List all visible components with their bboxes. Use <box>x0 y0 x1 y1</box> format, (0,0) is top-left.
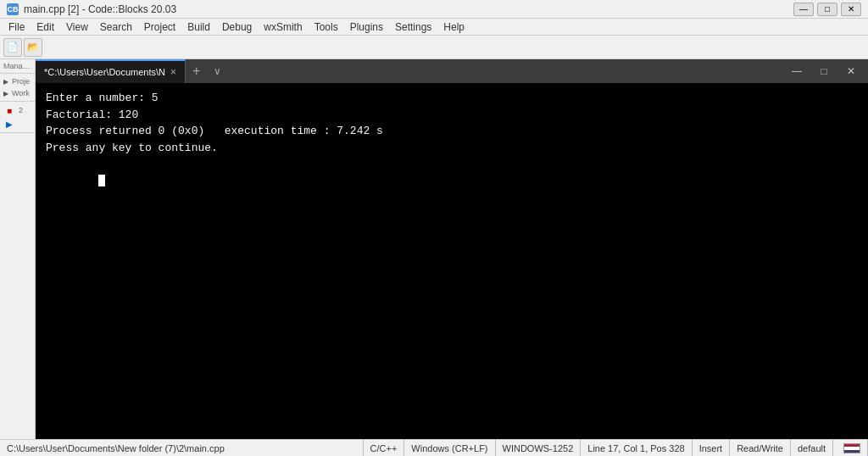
workspace-label: Work <box>10 88 31 98</box>
terminal-output-line-1: Enter a number: 5 <box>46 90 858 107</box>
terminal-content[interactable]: Enter a number: 5 Factorial: 120 Process… <box>36 83 868 439</box>
terminal-output-line-5: Press any key to continue. <box>46 140 858 157</box>
terminal-maximize-button[interactable]: □ <box>812 64 836 79</box>
menu-wxsmith[interactable]: wxSmith <box>259 19 307 35</box>
terminal-tab-title: *C:\Users\User\Documents\N <box>44 67 165 77</box>
app-icon: CB <box>7 3 19 15</box>
sidebar-projects: ▶ Proje ▶ Work <box>0 74 35 102</box>
toolbar: 📄 📂 <box>0 36 868 59</box>
sidebar: Manageme ▶ Proje ▶ Work ■ 2 ▶ <box>0 59 36 439</box>
center-area: *C:\Users\User\Documents\N × + ∨ — □ ✕ E… <box>36 59 868 439</box>
terminal-close-button[interactable]: ✕ <box>839 64 863 79</box>
app-window-controls: — □ ✕ <box>793 3 861 16</box>
chevron-icon: ▶ <box>3 78 8 86</box>
app-close-button[interactable]: ✕ <box>841 3 861 16</box>
status-encoding: WINDOWS-1252 <box>496 440 581 456</box>
folder-icon: ▶ <box>3 118 15 130</box>
menu-help[interactable]: Help <box>438 19 470 35</box>
terminal-tabbar: *C:\Users\User\Documents\N × + ∨ — □ ✕ <box>36 59 868 83</box>
terminal-tab-active[interactable]: *C:\Users\User\Documents\N × <box>36 59 186 83</box>
sidebar-management-label: Manageme <box>2 61 33 71</box>
tab-spacer <box>228 59 780 83</box>
status-position: Line 17, Col 1, Pos 328 <box>581 440 692 456</box>
chevron-icon: ▶ <box>3 90 8 97</box>
status-flag-container <box>833 440 868 456</box>
terminal-output-line-2: Factorial: 120 <box>46 107 858 124</box>
sidebar-item-folder[interactable]: ▶ <box>2 117 33 131</box>
sidebar-item-workspace[interactable]: ▶ Work <box>2 87 33 99</box>
main-area: Manageme ▶ Proje ▶ Work ■ 2 ▶ <box>0 59 868 439</box>
menu-plugins[interactable]: Plugins <box>345 19 388 35</box>
status-access: Read/Write <box>730 440 791 456</box>
terminal-cursor-line <box>46 156 858 206</box>
terminal-minimize-button[interactable]: — <box>785 64 809 79</box>
status-line-ending: Windows (CR+LF) <box>404 440 495 456</box>
menu-view[interactable]: View <box>61 19 93 35</box>
menu-edit[interactable]: Edit <box>31 19 59 35</box>
status-language: C/C++ <box>364 440 405 456</box>
menu-debug[interactable]: Debug <box>217 19 257 35</box>
status-bar: C:\Users\User\Documents\New folder (7)\2… <box>0 439 868 456</box>
menu-project[interactable]: Project <box>139 19 181 35</box>
app-titlebar: CB main.cpp [2] - Code::Blocks 20.03 — □… <box>0 0 868 19</box>
menu-build[interactable]: Build <box>182 19 215 35</box>
app-title: main.cpp [2] - Code::Blocks 20.03 <box>24 3 176 15</box>
terminal-tab-dropdown[interactable]: ∨ <box>207 59 228 83</box>
sidebar-management: Manageme <box>0 59 35 74</box>
app-maximize-button[interactable]: □ <box>817 3 837 16</box>
terminal-window-controls: — □ ✕ <box>780 59 868 83</box>
menu-search[interactable]: Search <box>95 19 137 35</box>
menu-settings[interactable]: Settings <box>390 19 437 35</box>
projects-label: Proje <box>10 76 31 86</box>
toolbar-new[interactable]: 📄 <box>3 38 22 57</box>
sidebar-item-red[interactable]: ■ 2 <box>2 103 33 117</box>
sidebar-item-projects[interactable]: ▶ Proje <box>2 75 33 87</box>
terminal-cursor <box>98 175 105 186</box>
country-flag-icon <box>843 443 860 453</box>
terminal-add-tab-button[interactable]: + <box>186 59 207 83</box>
red-square-icon: ■ <box>3 104 15 116</box>
titlebar-left: CB main.cpp [2] - Code::Blocks 20.03 <box>7 3 176 15</box>
status-filepath: C:\Users\User\Documents\New folder (7)\2… <box>0 440 364 456</box>
menu-bar: File Edit View Search Project Build Debu… <box>0 19 868 36</box>
menu-file[interactable]: File <box>3 19 30 35</box>
sidebar-files: ■ 2 ▶ <box>0 102 35 133</box>
sidebar-item-2-label: 2 <box>17 105 25 115</box>
toolbar-open[interactable]: 📂 <box>24 38 42 57</box>
app-minimize-button[interactable]: — <box>793 3 814 16</box>
terminal-output-line-4: Process returned 0 (0x0) execution time … <box>46 123 858 140</box>
status-mode: Insert <box>693 440 731 456</box>
menu-tools[interactable]: Tools <box>309 19 343 35</box>
terminal-tab-close[interactable]: × <box>170 66 176 78</box>
status-theme: default <box>791 440 833 456</box>
